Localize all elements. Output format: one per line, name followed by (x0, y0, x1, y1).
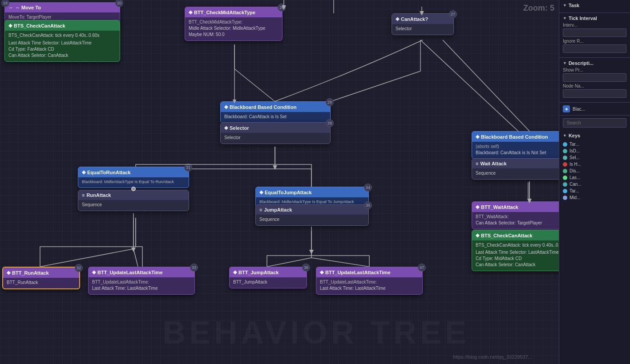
key-item: Mid... (563, 194, 626, 201)
btt-update1-node[interactable]: ◈ BTT_UpdateLastAttackTime BTT_UpdateLas… (88, 267, 195, 295)
selector1-node[interactable]: ◈ Selector Selector 29 (220, 122, 331, 144)
interval-input[interactable] (563, 28, 626, 37)
btt-run-header: ◈ BTT_RunAttack (3, 268, 79, 278)
btt-run-badge: 32 (75, 264, 83, 272)
key-item: Tar... (563, 188, 626, 194)
move-to-header: ↔ ↔ Move To (5, 3, 120, 12)
key-item: Is H... (563, 161, 626, 168)
btt-update2-header: ◈ BTT_UpdateLastAttackTime (316, 267, 422, 277)
ignore-label: Ignore R... (563, 39, 626, 44)
right-panel: Task Tick Interval Interv... Ignore R...… (559, 0, 630, 364)
btt-update1-badge: 33 (190, 264, 198, 272)
btt-update1-header: ◈ BTT_UpdateLastAttackTime (89, 267, 194, 277)
equal-run-node[interactable]: ◈ EqualToRunAttack Blackboard: MidleAtta… (78, 167, 189, 188)
run-attack-node[interactable]: ≡ RunAttack Sequence (78, 190, 189, 211)
btt-run-node[interactable]: ◈ BTT_RunAttack BTT_RunAttack 32 (2, 267, 80, 289)
search-section (559, 116, 630, 130)
svg-marker-21 (273, 165, 277, 170)
search-input[interactable] (563, 118, 626, 128)
key-item: Tar... (563, 141, 626, 148)
key-item: Sel... (563, 154, 626, 161)
keys-section: Keys Tar...IsD...Sel...Is H...Dis...Las.… (559, 130, 630, 364)
btt-jump-header: ◈ BTT_JumpAttack (230, 267, 307, 277)
can-attack-badge: 27 (449, 10, 457, 18)
svg-line-3 (420, 40, 521, 133)
key-item: Can... (563, 181, 626, 188)
selector1-badge: 29 (326, 119, 334, 127)
behavior-tree-canvas[interactable]: ↔ ↔ Move To MoveTo: TargetPlayer 20 18 ◈… (0, 0, 559, 364)
key-item: Dis... (563, 168, 626, 174)
zoom-indicator: Zoom: 5 (523, 4, 554, 13)
ignore-input[interactable] (563, 44, 626, 53)
jump-attack-badge: 35 (364, 201, 372, 209)
btt-update2-badge: 47 (418, 264, 426, 272)
keys-title: Keys (563, 133, 626, 138)
equal-run-header: ◈ EqualToRunAttack (78, 167, 189, 177)
node-name-label: Node Na... (563, 84, 626, 88)
btt-jump-badge: 36 (302, 264, 310, 272)
task-title: Task (563, 3, 626, 8)
svg-marker-23 (309, 250, 314, 254)
equal-run-badge: 31 (184, 164, 192, 172)
can-attack-header: ◈ CanAttack? (392, 14, 453, 24)
btt-jump-node[interactable]: ◈ BTT_JumpAttack BTT_JumpAttack 36 (229, 267, 307, 288)
move-to-badge: 20 (115, 0, 123, 7)
wait-attack-node[interactable]: ≡ Wait Attack Sequence 39 (472, 158, 559, 180)
svg-line-2 (328, 71, 420, 102)
jump-attack-header: ≡ JumpAttack (256, 205, 368, 215)
check-mid-header: ◈ BTT_CheckMidAttackType (185, 7, 282, 17)
check-mid-node[interactable]: ◈ BTT_CheckMidAttackType BTT_CheckMidAtt… (185, 7, 283, 41)
description-section: Descripti... Show Pr... Node Na... (559, 58, 630, 103)
tick-interval-section: Tick Interval Interv... Ignore R... (559, 13, 630, 58)
watermark: BEHAVIOR TREE (162, 314, 470, 351)
key-item: Las... (563, 174, 626, 181)
blackboard-cond1-badge: 28 (326, 98, 334, 106)
bts-check-node[interactable]: ◈ BTS_CheckCanAttack BTS_CheckCanAttack:… (4, 20, 120, 62)
node-name-input[interactable] (563, 89, 626, 98)
run-attack-header: ≡ RunAttack (78, 190, 189, 200)
selector1-header: ◈ Selector (221, 123, 330, 133)
move-to-subtitle: MoveTo: TargetPlayer (8, 14, 116, 20)
svg-line-16 (311, 258, 369, 267)
keys-list: Tar...IsD...Sel...Is H...Dis...Las...Can… (563, 141, 626, 201)
blackboard-icon: ◈ (563, 105, 570, 112)
can-attack-node[interactable]: ◈ CanAttack? Selector 27 (392, 13, 454, 35)
blackboard-cond1-header: ◈ Blackboard Based Condition (221, 102, 330, 112)
description-title: Descripti... (563, 60, 626, 66)
wait-attack-header: ≡ Wait Attack (472, 159, 559, 168)
interval-label: Interv... (563, 23, 626, 28)
btt-update2-node[interactable]: ◈ BTT_UpdateLastAttackTime BTT_UpdateLas… (316, 267, 423, 295)
url-watermark: https://blog.csdn.net/qq_33229537... (453, 354, 532, 360)
svg-line-13 (133, 249, 138, 267)
btt-wait-node[interactable]: ◈ BTT_WaitAttack BTT_WaitAttack: Can Att… (472, 201, 559, 229)
check-mid-badge: 26 (278, 4, 286, 12)
task-section: Task (559, 0, 630, 13)
jump-attack-node[interactable]: ≡ JumpAttack Sequence 35 (255, 204, 369, 226)
svg-line-5 (234, 69, 276, 102)
show-prop-label: Show Pr... (563, 68, 626, 72)
key-item: IsD... (563, 148, 626, 154)
equal-jump-badge: 34 (364, 184, 372, 192)
tick-interval-title: Tick Interval (563, 16, 626, 21)
blackboard-panel-label: Blac... (573, 107, 585, 112)
blackboard-cond2-header: ◈ Blackboard Based Condition (472, 132, 559, 142)
bts-check2-header: ◈ BTS_CheckCanAttack (472, 230, 559, 240)
blackboard-cond1-node[interactable]: ◈ Blackboard Based Condition Blackboard:… (220, 101, 331, 123)
blackboard-cond2-node[interactable]: ◈ Blackboard Based Condition (aborts sel… (472, 131, 559, 159)
blackboard-icon-section: ◈ Blac... (559, 103, 630, 116)
equal-jump-header: ◈ EqualToJumpAttack (256, 187, 368, 197)
show-prop-input[interactable] (563, 73, 626, 82)
btt-wait-header: ◈ BTT_WaitAttack (472, 202, 559, 212)
bts-check-header: ◈ BTS_CheckCanAttack (5, 20, 120, 31)
svg-line-12 (40, 249, 133, 267)
bts-check2-node[interactable]: ◈ BTS_CheckCanAttack BTS_CheckCanAttack:… (472, 230, 559, 271)
svg-marker-22 (131, 248, 136, 252)
